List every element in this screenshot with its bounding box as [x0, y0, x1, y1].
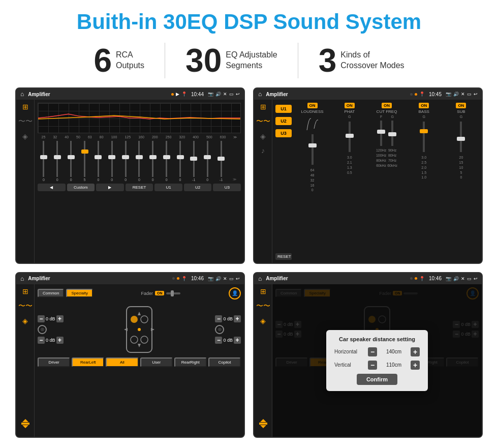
specialty-tab[interactable]: Specialty	[66, 289, 92, 297]
eq-main-area: 25 32 40 50 63 80 100 125 160 200 250 32…	[35, 100, 244, 262]
u2-preset[interactable]: U2	[275, 117, 292, 125]
db-minus-fr[interactable]: −	[215, 315, 222, 322]
back-icon-4[interactable]: ↩	[474, 276, 478, 281]
eq-slider-10[interactable]: 0	[174, 141, 186, 182]
driver-btn-3[interactable]: Driver	[38, 357, 70, 367]
user-btn-3[interactable]: User	[140, 357, 173, 367]
eq-slider-ext: ≫	[229, 141, 241, 182]
db-minus-rl[interactable]: −	[38, 337, 45, 344]
horizontal-plus[interactable]: +	[411, 347, 420, 356]
eq-icon-3[interactable]: ⊞	[22, 287, 28, 295]
bass-slider[interactable]	[423, 122, 425, 152]
wave-icon-2[interactable]: 〜〜	[256, 117, 270, 126]
db-plus-rl[interactable]: +	[56, 337, 64, 344]
eq-slider-13[interactable]: -1	[215, 141, 227, 182]
eq-slider-9[interactable]: 0	[161, 141, 173, 182]
eq-slider-5[interactable]: 0	[106, 141, 118, 182]
back-icon-1[interactable]: ↩	[236, 92, 240, 97]
phat-on[interactable]: ON	[345, 103, 355, 108]
reset-button-1[interactable]: RESET	[126, 184, 153, 191]
wave-icon-3[interactable]: 〜〜	[18, 302, 33, 311]
preset-custom-button[interactable]: Custom	[67, 184, 95, 191]
loudness-slider[interactable]	[312, 134, 314, 165]
vertical-label: Vertical	[334, 362, 365, 368]
fader-slider[interactable]	[166, 292, 180, 294]
eq-slider-3[interactable]: 5	[79, 141, 91, 182]
next-button[interactable]: ▶	[96, 184, 124, 191]
vol-icon-2b[interactable]: ♪	[261, 146, 265, 155]
stat-label-eq: EQ Adjustable Segments	[226, 50, 277, 71]
x-icon-1: ✕	[223, 92, 227, 97]
eq-slider-8[interactable]: 0	[147, 141, 159, 182]
u3-preset[interactable]: U3	[275, 129, 292, 137]
eq-slider-4[interactable]: 0	[92, 141, 104, 182]
home-icon-3[interactable]: ⌂	[20, 275, 24, 282]
eq-slider-0[interactable]: 0	[38, 141, 50, 182]
u2-button-1[interactable]: U2	[184, 184, 212, 191]
reset-btn-amp[interactable]: RESET	[275, 253, 292, 260]
expand-icon-4[interactable]	[258, 419, 268, 434]
sub-slider[interactable]	[460, 122, 462, 152]
wave-sidebar-icon[interactable]: 〜〜	[18, 117, 33, 126]
bass-col: ON BASS G 3.02.52.01.51.0	[407, 103, 442, 259]
fader-on-btn[interactable]: ON	[155, 291, 165, 295]
pin-icon-4: 📍	[419, 276, 425, 281]
u3-button-1[interactable]: U3	[213, 184, 241, 191]
u1-preset[interactable]: U1	[275, 105, 292, 113]
confirm-button[interactable]: Confirm	[357, 374, 397, 385]
stat-rca: 6 RCA Outputs	[73, 44, 165, 77]
vertical-minus[interactable]: −	[368, 361, 377, 370]
eq-curve-svg	[38, 103, 240, 133]
horizontal-minus[interactable]: −	[368, 347, 377, 356]
eq-slider-12[interactable]: 0	[201, 141, 213, 182]
all-btn-3[interactable]: All	[106, 357, 138, 367]
screen1-content: ⊞ 〜〜 ◈ 25 32	[16, 100, 244, 262]
eq-slider-7[interactable]: 0	[133, 141, 145, 182]
screen2-title: Amplifier	[266, 92, 408, 97]
status-bar-3: ⌂ Amplifier 📍 10:46 📷 🔊 ✕ ▭ ↩	[16, 273, 244, 284]
home-icon-4[interactable]: ⌂	[258, 275, 262, 282]
eq-icon-2[interactable]: ⊞	[260, 103, 266, 111]
expand-icon-3[interactable]	[20, 419, 30, 434]
eq-icon-4[interactable]: ⊞	[260, 287, 266, 295]
speaker-icon-4[interactable]: ◈	[260, 317, 266, 325]
svg-point-6	[131, 336, 138, 343]
phat-slider[interactable]	[349, 122, 351, 152]
dialog-overlay[interactable]: Car speaker distance setting Horizontal …	[272, 284, 482, 437]
eq-slider-6[interactable]: 0	[119, 141, 132, 182]
cutfreq-on[interactable]: ON	[382, 103, 392, 108]
eq-sidebar-icon[interactable]: ⊞	[22, 103, 28, 111]
bass-on[interactable]: ON	[419, 103, 429, 108]
vertical-plus[interactable]: +	[411, 361, 420, 370]
cutfreq-f-slider[interactable]	[380, 121, 382, 146]
speaker-icon-3[interactable]: ◈	[22, 317, 28, 325]
db-plus-fr[interactable]: +	[234, 315, 241, 322]
speaker-sidebar-icon[interactable]: ◈	[22, 132, 28, 140]
dialog-title: Car speaker distance setting	[334, 336, 420, 342]
db-minus-rr[interactable]: −	[215, 337, 222, 344]
prev-button[interactable]: ◀	[38, 184, 66, 191]
home-icon-2[interactable]: ⌂	[258, 91, 262, 98]
wave-icon-4[interactable]: 〜〜	[256, 302, 270, 311]
common-tab[interactable]: Common	[38, 289, 64, 297]
eq-slider-2[interactable]: 0	[65, 141, 77, 182]
rearright-btn-3[interactable]: RearRight	[174, 357, 207, 367]
eq-slider-11[interactable]: -1	[188, 141, 200, 182]
car-svg	[121, 304, 157, 355]
back-icon-2[interactable]: ↩	[474, 92, 478, 97]
u1-button-1[interactable]: U1	[154, 184, 182, 191]
cutfreq-g-slider[interactable]	[391, 121, 393, 146]
loudness-on[interactable]: ON	[307, 103, 318, 108]
back-icon-3[interactable]: ↩	[236, 276, 240, 281]
rearleft-btn-3[interactable]: RearLeft	[72, 357, 104, 367]
svg-point-8	[138, 328, 141, 331]
db-minus-fl[interactable]: −	[38, 315, 45, 322]
speaker-icon-2[interactable]: ◈	[260, 132, 266, 140]
person-icon-3[interactable]: 👤	[229, 287, 241, 300]
home-icon-1[interactable]: ⌂	[20, 91, 24, 98]
sub-on[interactable]: ON	[456, 103, 466, 108]
copilot-btn-3[interactable]: Copilot	[208, 357, 241, 367]
db-plus-rr[interactable]: +	[234, 337, 241, 344]
db-plus-fl[interactable]: +	[56, 315, 64, 322]
eq-slider-1[interactable]: 0	[51, 141, 64, 182]
